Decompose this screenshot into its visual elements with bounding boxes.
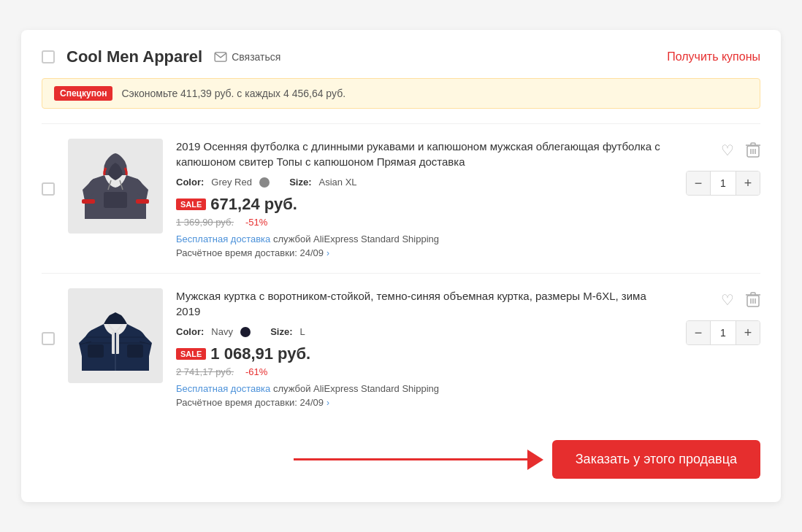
qty-increase-1[interactable]: + — [736, 171, 760, 195]
mail-icon — [214, 52, 227, 62]
svg-rect-2 — [136, 199, 149, 204]
price-original-1: 1 369,90 руб. — [176, 217, 234, 228]
price-main-1: SALE 671,24 руб. — [176, 195, 673, 214]
order-button[interactable]: Заказать у этого продавца — [552, 440, 760, 479]
store-header-left: Cool Men Apparel Связаться — [42, 47, 280, 66]
shipping-link-2[interactable]: Бесплатная доставка — [176, 383, 270, 394]
contact-label: Связаться — [232, 51, 280, 63]
product-checkbox-2[interactable] — [42, 332, 55, 345]
trash-icon-2 — [746, 292, 760, 308]
discount-1: -51% — [245, 217, 267, 228]
contact-link[interactable]: Связаться — [214, 51, 280, 63]
product-image-1[interactable] — [68, 139, 163, 234]
color-dot-2 — [240, 327, 251, 337]
delivery-time-2: Расчётное время доставки: 24/09 › — [176, 397, 673, 408]
svg-rect-1 — [82, 199, 95, 204]
qty-control-2: − 1 + — [686, 320, 760, 345]
product-item-2: Мужская куртка с воротником-стойкой, тем… — [42, 273, 760, 423]
product-details-2: Мужская куртка с воротником-стойкой, тем… — [176, 288, 673, 408]
svg-rect-0 — [215, 53, 226, 61]
sale-badge-2: SALE — [176, 348, 206, 360]
chevron-icon-1: › — [326, 248, 329, 258]
arrow-row — [42, 450, 543, 470]
product-actions-1: ♡ − 1 + — [686, 139, 760, 196]
chevron-icon-2: › — [326, 398, 329, 408]
store-card: Cool Men Apparel Связаться Получить купо… — [21, 30, 781, 502]
coupon-text: Сэкономьте 411,39 руб. с каждых 4 456,64… — [121, 88, 345, 99]
store-checkbox[interactable] — [42, 50, 55, 63]
icon-row-2: ♡ — [721, 291, 760, 309]
store-header: Cool Men Apparel Связаться Получить купо… — [42, 47, 760, 66]
color-dot-1 — [259, 177, 270, 188]
wishlist-button-1[interactable]: ♡ — [721, 142, 734, 159]
jacket-illustration — [72, 292, 159, 379]
price-row-1: 1 369,90 руб. -51% — [176, 217, 673, 228]
store-name: Cool Men Apparel — [66, 47, 202, 66]
product-checkbox-1[interactable] — [42, 182, 55, 196]
product-attrs-2: Color: Navy Size: L — [176, 326, 673, 337]
qty-increase-2[interactable]: + — [736, 321, 760, 344]
shipping-info-2: Бесплатная доставка службой AliExpress S… — [176, 383, 673, 394]
discount-2: -61% — [245, 366, 267, 377]
arrow-line — [294, 458, 527, 460]
wishlist-button-2[interactable]: ♡ — [721, 291, 734, 309]
svg-rect-3 — [104, 192, 127, 208]
product-title-2: Мужская куртка с воротником-стойкой, тем… — [176, 288, 673, 319]
qty-decrease-1[interactable]: − — [687, 171, 710, 195]
qty-value-2: 1 — [710, 321, 736, 344]
product-details-1: 2019 Осенняя футболка с длинными рукавам… — [176, 139, 673, 258]
price-main-2: SALE 1 068,91 руб. — [176, 344, 673, 363]
product-attrs-1: Color: Grey Red Size: Asian XL — [176, 177, 673, 188]
trash-icon-1 — [746, 142, 760, 158]
product-title-1: 2019 Осенняя футболка с длинными рукавам… — [176, 139, 673, 169]
delivery-time-1: Расчётное время доставки: 24/09 › — [176, 247, 673, 258]
price-original-2: 2 741,17 руб. — [176, 366, 234, 377]
icon-row-1: ♡ — [721, 142, 760, 159]
product-image-2[interactable] — [68, 288, 163, 383]
coupon-link[interactable]: Получить купоны — [667, 50, 760, 63]
product-item-1: 2019 Осенняя футболка с длинными рукавам… — [42, 123, 760, 273]
svg-rect-14 — [127, 344, 143, 358]
shipping-link-1[interactable]: Бесплатная доставка — [176, 234, 270, 244]
product-actions-2: ♡ − 1 + — [686, 288, 760, 345]
delete-button-2[interactable] — [746, 291, 760, 309]
hoodie-illustration — [72, 142, 159, 230]
coupon-banner: Спецкупон Сэкономьте 411,39 руб. с кажды… — [42, 78, 760, 109]
card-footer: Заказать у этого продавца — [42, 440, 760, 479]
sale-badge-1: SALE — [176, 198, 206, 210]
shipping-info-1: Бесплатная доставка службой AliExpress S… — [176, 234, 673, 244]
qty-control-1: − 1 + — [686, 171, 760, 196]
qty-decrease-2[interactable]: − — [687, 321, 710, 344]
qty-value-1: 1 — [710, 171, 736, 195]
svg-rect-13 — [88, 344, 104, 358]
coupon-badge: Спецкупон — [54, 86, 112, 101]
delete-button-1[interactable] — [746, 142, 760, 159]
arrow-head — [527, 450, 543, 470]
price-row-2: 2 741,17 руб. -61% — [176, 366, 673, 377]
